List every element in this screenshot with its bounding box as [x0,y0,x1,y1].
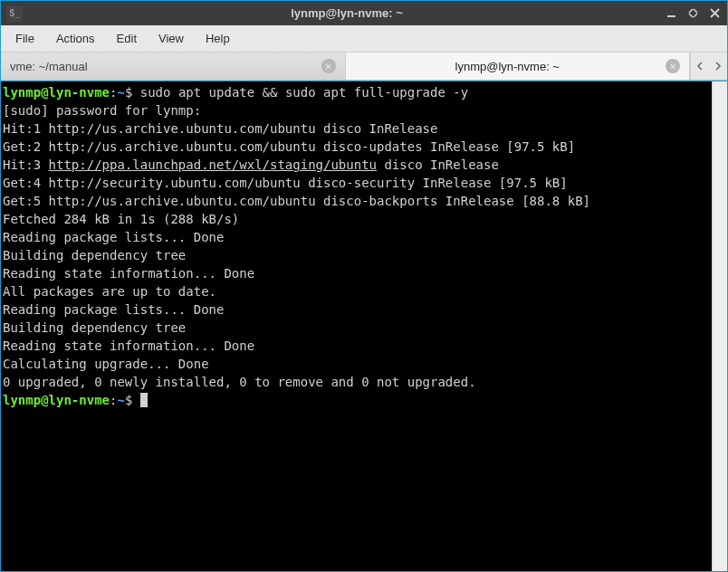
terminal-line: Get:4 http://security.ubuntu.com/ubuntu … [3,174,710,192]
terminal-line: Fetched 284 kB in 1s (288 kB/s) [3,210,710,228]
terminal-line: Get:5 http://us.archive.ubuntu.com/ubunt… [3,192,710,210]
menu-actions[interactable]: Actions [45,28,106,49]
menu-help[interactable]: Help [195,28,241,49]
minimize-button[interactable] [664,6,678,21]
menu-edit[interactable]: Edit [106,28,148,49]
close-icon[interactable]: × [666,59,680,73]
tab-next-button[interactable] [709,52,727,80]
terminal-line: Reading package lists... Done [3,228,710,246]
svg-rect-0 [667,15,675,17]
scrollbar[interactable] [712,81,727,571]
prompt-user: lynmp@lyn-nvme [3,393,110,407]
terminal-link[interactable]: http://ppa.launchpad.net/wxl/staging/ubu… [49,157,377,172]
terminal-line: 0 upgraded, 0 newly installed, 0 to remo… [3,373,710,391]
terminal-line: [sudo] password for lynmp: [3,101,710,119]
command-text: sudo apt update && sudo apt full-upgrade… [140,85,468,100]
terminal-icon: $_ [6,5,23,22]
terminal-line: Get:2 http://us.archive.ubuntu.com/ubunt… [3,138,710,156]
tab-nav [690,52,727,80]
terminal-line: Reading state information... Done [3,264,710,282]
titlebar: $_ lynmp@lyn-nvme: ~ [1,1,727,25]
tab-active[interactable]: lynmp@lyn-nvme: ~ × [346,52,691,80]
tabbar: vme: ~/manual × lynmp@lyn-nvme: ~ × [1,52,727,81]
menu-view[interactable]: View [148,28,195,49]
tab-label: lynmp@lyn-nvme: ~ [355,60,661,73]
terminal-line: Hit:3 http://ppa.launchpad.net/wxl/stagi… [3,156,710,174]
tab-inactive[interactable]: vme: ~/manual × [1,52,346,80]
prompt-path: ~ [117,393,124,407]
terminal-area: lynmp@lyn-nvme:~$ sudo apt update && sud… [1,81,727,571]
terminal-line: Reading package lists... Done [3,300,710,319]
terminal-line: lynmp@lyn-nvme:~$ [3,391,710,409]
terminal-line: Calculating upgrade... Done [3,355,710,373]
close-icon[interactable]: × [321,59,336,73]
menubar: File Actions Edit View Help [1,25,727,52]
tab-label: vme: ~/manual [10,60,316,73]
terminal-line: lynmp@lyn-nvme:~$ sudo apt update && sud… [3,83,710,101]
maximize-button[interactable] [685,6,700,21]
close-button[interactable] [707,6,722,21]
terminal-window: $_ lynmp@lyn-nvme: ~ File Actions Edit V… [0,0,728,572]
prompt-user: lynmp@lyn-nvme [3,85,110,100]
prompt-path: ~ [117,85,124,100]
terminal-line: Building dependency tree [3,319,710,337]
window-title: lynmp@lyn-nvme: ~ [30,6,664,20]
terminal-line: Building dependency tree [3,246,710,264]
terminal-line: Reading state information... Done [3,337,710,355]
cursor [140,393,148,407]
tab-prev-button[interactable] [691,52,709,80]
terminal-line: Hit:1 http://us.archive.ubuntu.com/ubunt… [3,119,710,138]
terminal-line: All packages are up to date. [3,282,710,300]
menu-file[interactable]: File [5,28,45,49]
terminal-output[interactable]: lynmp@lyn-nvme:~$ sudo apt update && sud… [1,81,712,571]
window-controls [664,6,722,21]
